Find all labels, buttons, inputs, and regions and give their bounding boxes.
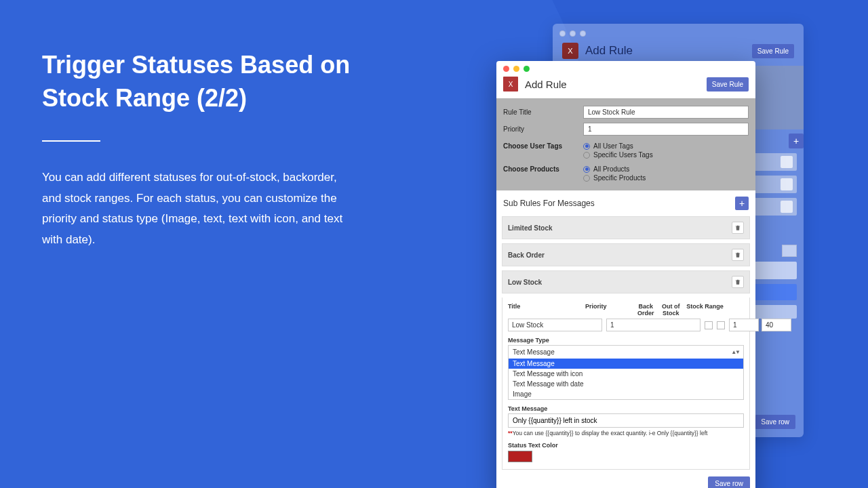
add-rule-modal: X Add Rule Save Rule Rule Title Priority… (496, 61, 755, 488)
rule-title-input[interactable] (583, 106, 749, 119)
user-tags-specific-radio[interactable]: Specific Users Tags (583, 151, 653, 159)
add-icon[interactable]: + (789, 134, 804, 148)
stock-range-to-input[interactable] (762, 319, 791, 331)
user-tags-label: Choose User Tags (503, 142, 583, 150)
subrule-low-stock[interactable]: Low Stock (502, 270, 750, 293)
hero-copy: Trigger Statuses Based on Stock Range (2… (42, 49, 354, 251)
priority-input[interactable] (583, 123, 749, 136)
trash-icon[interactable] (732, 249, 744, 261)
save-rule-button[interactable]: Save Rule (707, 77, 749, 92)
message-type-selected: Text Message (513, 348, 555, 356)
close-window-dot[interactable] (503, 66, 509, 72)
message-type-label: Message Type (508, 337, 744, 344)
products-label: Choose Products (503, 165, 583, 173)
modal-title: Add Rule (585, 44, 745, 58)
message-type-option[interactable]: Image (509, 389, 743, 399)
subrules-heading: Sub Rules For Messages (503, 199, 595, 208)
products-all-radio[interactable]: All Products (583, 165, 646, 173)
hero-headline: Trigger Statuses Based on Stock Range (2… (42, 49, 354, 115)
minimize-window-dot[interactable] (513, 66, 519, 72)
stock-range-from-input[interactable] (729, 319, 759, 331)
save-row-button[interactable]: Save row (708, 476, 750, 488)
save-row-button[interactable]: Save row (755, 415, 795, 429)
user-tags-all-radio[interactable]: All User Tags (583, 142, 653, 150)
close-icon[interactable]: X (562, 43, 578, 59)
trash-icon[interactable] (781, 178, 793, 190)
status-text-color-label: Status Text Color (508, 442, 744, 449)
hero-divider (42, 140, 100, 142)
col-title: Title (508, 303, 581, 317)
status-color-swatch[interactable] (508, 451, 532, 462)
add-subrule-button[interactable]: + (735, 197, 749, 210)
close-button[interactable]: X (503, 77, 518, 92)
detail-priority-input[interactable] (606, 319, 701, 331)
message-type-option[interactable]: Text Message with icon (509, 369, 743, 379)
message-type-select[interactable]: Text Message ▲▼ Text Message Text Messag… (508, 345, 744, 400)
trash-icon[interactable] (732, 222, 744, 234)
hero-body: You can add different statuses for out-o… (42, 167, 354, 250)
maximize-window-dot[interactable] (524, 66, 530, 72)
rule-title-label: Rule Title (503, 108, 583, 116)
message-type-option[interactable]: Text Message with date (509, 379, 743, 389)
window-titlebar (496, 61, 755, 74)
chevron-updown-icon: ▲▼ (731, 349, 739, 355)
text-message-label: Text Message (508, 405, 744, 412)
col-stock-range: Stock Range (686, 303, 744, 317)
col-back-order: Back Order (636, 303, 655, 317)
subrule-back-order[interactable]: Back Order (502, 243, 750, 266)
trash-icon[interactable] (781, 156, 793, 168)
text-message-hint: **You can use {{quantity}} to display th… (508, 430, 744, 436)
trash-icon[interactable] (732, 276, 744, 288)
detail-title-input[interactable] (508, 319, 602, 331)
subrule-detail-panel: Title Priority Back Order Out of Stock S… (502, 298, 750, 470)
modal-title: Add Rule (525, 79, 700, 90)
col-priority: Priority (585, 303, 632, 317)
col-out-of-stock: Out of Stock (659, 303, 682, 317)
save-rule-button[interactable]: Save Rule (752, 44, 794, 58)
priority-label: Priority (503, 125, 583, 133)
back-order-checkbox[interactable] (705, 321, 713, 329)
message-type-option[interactable]: Text Message (509, 359, 743, 369)
products-specific-radio[interactable]: Specific Products (583, 174, 646, 182)
rule-settings-panel: Rule Title Priority Choose User Tags All… (496, 98, 755, 190)
out-of-stock-checkbox[interactable] (717, 321, 725, 329)
trash-icon[interactable] (781, 201, 793, 213)
text-message-input[interactable] (508, 413, 744, 428)
subrule-limited-stock[interactable]: Limited Stock (502, 216, 750, 239)
